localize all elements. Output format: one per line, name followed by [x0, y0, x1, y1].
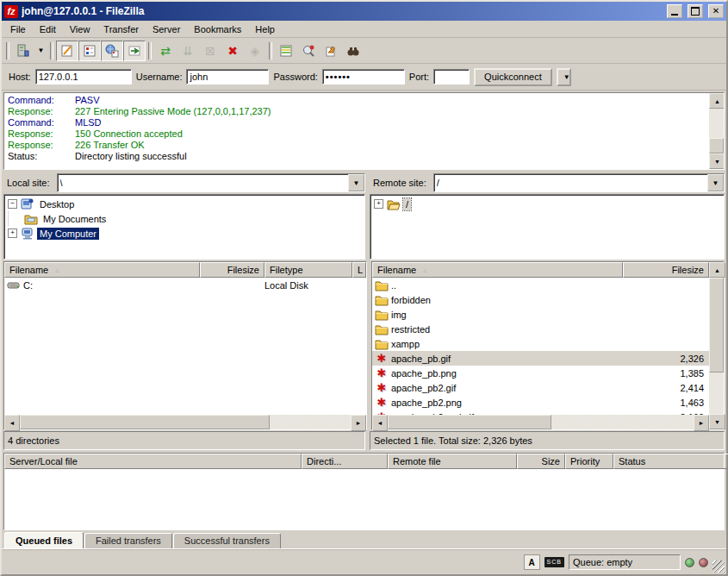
toggle-message-log-button[interactable] — [56, 41, 78, 61]
toolbar-separator — [269, 42, 272, 59]
menu-bookmarks[interactable]: Bookmarks — [187, 22, 248, 36]
remote-row-file-selected[interactable]: ✱ apache_pb.gif 2,326 — [372, 351, 709, 366]
site-manager-button[interactable] — [12, 41, 34, 61]
column-status[interactable]: Status — [613, 454, 728, 469]
remote-site-combo[interactable]: ▼ — [433, 173, 725, 192]
menu-transfer[interactable]: Transfer — [96, 22, 146, 36]
scrollbar-thumb[interactable] — [709, 278, 724, 373]
process-queue-button[interactable]: ⇊ — [177, 41, 199, 61]
title-bar[interactable]: fz john@127.0.0.1 - FileZilla ✕ — [2, 2, 726, 21]
local-site-input[interactable] — [58, 178, 348, 188]
tab-successful-transfers[interactable]: Successful transfers — [173, 533, 281, 548]
refresh-button[interactable]: ⇄ — [154, 41, 177, 61]
tab-failed-transfers[interactable]: Failed transfers — [84, 533, 172, 548]
scrollbar-thumb[interactable] — [20, 415, 270, 429]
quickconnect-button[interactable]: Quickconnect — [474, 68, 552, 86]
column-filesize[interactable]: Filesize — [200, 262, 264, 278]
column-filesize[interactable]: Filesize — [623, 262, 709, 278]
message-log[interactable]: Command: PASV Response: 227 Entering Pas… — [3, 92, 725, 170]
scroll-right-button[interactable]: ► — [351, 415, 366, 431]
menu-view[interactable]: View — [63, 22, 97, 36]
remote-row-parent-dir[interactable]: .. — [372, 278, 709, 292]
column-size[interactable]: Size — [517, 454, 565, 469]
scroll-up-button[interactable]: ▲ — [709, 93, 725, 109]
quickconnect-dropdown[interactable]: ▼ — [557, 68, 571, 86]
filter-button[interactable] — [342, 41, 364, 61]
local-status-bar: 4 directories — [3, 431, 365, 450]
toggle-remote-tree-button[interactable] — [101, 41, 123, 61]
remote-vertical-scrollbar[interactable]: ▲ ▼ — [709, 262, 724, 429]
tree-item-my-documents[interactable]: My Documents — [8, 211, 364, 226]
remote-directory-tree[interactable]: + / — [370, 194, 725, 260]
site-manager-dropdown[interactable]: ▼ — [34, 41, 47, 60]
column-remote-file[interactable]: Remote file — [388, 454, 517, 469]
cancel-operation-button[interactable]: ⊠ — [199, 41, 221, 61]
reconnect-button[interactable]: ◈ — [244, 41, 266, 61]
column-priority[interactable]: Priority — [565, 454, 613, 469]
tab-queued-files[interactable]: Queued files — [4, 532, 84, 548]
remote-row-folder[interactable]: img — [372, 307, 709, 322]
local-row-c-drive[interactable]: C: Local Disk — [4, 278, 366, 292]
synchronized-browsing-button[interactable] — [297, 41, 320, 61]
disconnect-button[interactable]: ✖ — [221, 41, 244, 61]
scroll-down-button[interactable]: ▼ — [709, 414, 725, 429]
remote-row-file[interactable]: ✱ apache_pb2.gif 2,414 — [372, 380, 709, 395]
speed-limits-icon[interactable]: SCB — [544, 557, 564, 567]
password-label: Password: — [273, 72, 317, 82]
scroll-up-button[interactable]: ▲ — [709, 262, 725, 278]
directory-comparison-button[interactable] — [275, 41, 297, 61]
scroll-down-button[interactable]: ▼ — [709, 153, 725, 169]
remote-row-file[interactable]: ✱ apache_pb.png 1,385 — [372, 366, 709, 380]
menu-server[interactable]: Server — [146, 22, 187, 36]
port-input[interactable] — [433, 69, 470, 85]
username-input[interactable] — [186, 69, 269, 85]
remote-row-file[interactable]: ✱ apache_pb2.png 1,463 — [372, 395, 709, 410]
column-server-local-file[interactable]: Server/Local file — [4, 454, 302, 469]
local-directory-tree[interactable]: − Desktop My Documents — [3, 194, 365, 260]
column-direction[interactable]: Directi... — [302, 454, 388, 469]
local-rows[interactable]: C: Local Disk — [4, 278, 366, 415]
selected-tree-item[interactable]: My Computer — [37, 228, 99, 240]
tree-item-desktop[interactable]: − Desktop — [8, 197, 364, 211]
column-filename[interactable]: Filename ▵ — [372, 262, 623, 278]
expand-icon[interactable]: + — [374, 199, 383, 209]
expand-icon[interactable]: + — [8, 229, 17, 238]
maximize-button[interactable] — [688, 4, 703, 18]
remote-row-folder[interactable]: forbidden — [372, 292, 709, 307]
remote-row-folder[interactable]: xampp — [372, 336, 709, 351]
scrollbar-thumb[interactable] — [709, 138, 724, 153]
menu-help[interactable]: Help — [248, 22, 282, 36]
local-horizontal-scrollbar[interactable]: ◄ ► — [4, 415, 366, 429]
remote-site-input[interactable] — [434, 178, 707, 188]
host-input[interactable] — [35, 69, 132, 85]
remote-rows[interactable]: .. forbidden — [372, 278, 709, 415]
transfer-type-indicator[interactable]: A — [524, 554, 540, 570]
minimize-button[interactable] — [667, 4, 682, 18]
chevron-down-icon[interactable]: ▼ — [348, 174, 364, 191]
toggle-queue-button[interactable] — [123, 41, 146, 61]
toggle-local-tree-button[interactable] — [78, 41, 101, 61]
close-button[interactable]: ✕ — [708, 4, 724, 18]
column-filename[interactable]: Filename ▵ — [4, 262, 200, 278]
menu-file[interactable]: File — [3, 22, 33, 36]
scroll-right-button[interactable]: ► — [694, 415, 709, 431]
resize-grip[interactable] — [712, 560, 725, 573]
scrollbar-thumb[interactable] — [388, 415, 551, 429]
remote-horizontal-scrollbar[interactable]: ◄ ► — [372, 415, 709, 429]
chevron-down-icon[interactable]: ▼ — [707, 174, 724, 191]
log-scrollbar[interactable]: ▲ ▼ — [709, 93, 724, 169]
queue-body[interactable] — [4, 469, 724, 529]
column-filetype[interactable]: Filetype — [264, 262, 352, 278]
password-input[interactable] — [322, 69, 405, 85]
local-site-combo[interactable]: ▼ — [57, 173, 365, 192]
column-last-modified[interactable]: L — [352, 262, 366, 278]
collapse-icon[interactable]: − — [8, 199, 17, 209]
scroll-left-button[interactable]: ◄ — [4, 415, 20, 431]
menu-edit[interactable]: Edit — [33, 22, 63, 36]
find-files-button[interactable] — [320, 41, 342, 61]
open-folder-icon — [387, 198, 401, 210]
remote-row-folder[interactable]: restricted — [372, 322, 709, 336]
tree-item-my-computer[interactable]: + My Computer — [8, 226, 364, 241]
tree-item-root[interactable]: + / — [374, 197, 724, 211]
scroll-left-button[interactable]: ◄ — [372, 415, 388, 431]
